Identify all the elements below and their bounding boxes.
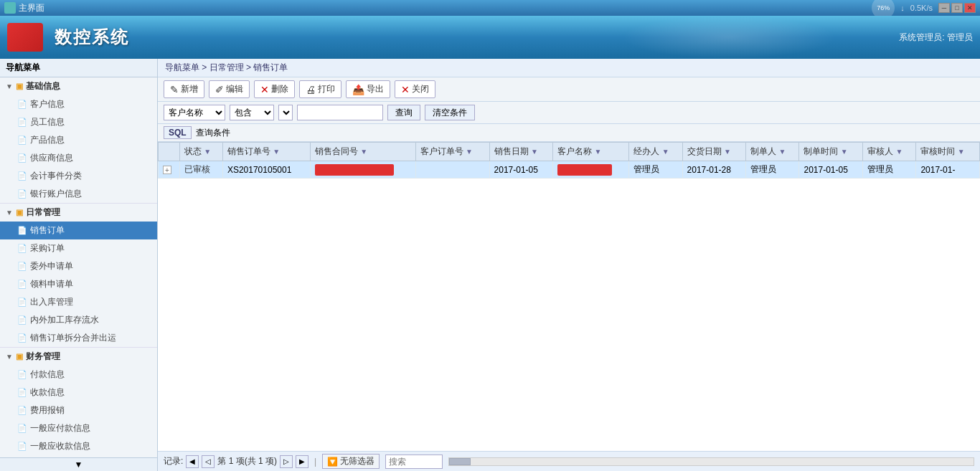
bottom-search-input[interactable]: [385, 455, 443, 469]
row-expand-button[interactable]: +: [163, 166, 171, 174]
doc-icon: 📄: [17, 189, 27, 199]
sidebar-item-supplier-info[interactable]: 📄 供应商信息: [0, 149, 157, 167]
doc-icon: 📄: [17, 370, 27, 379]
scroll-thumb[interactable]: [449, 458, 471, 465]
header-decoration: [621, 16, 837, 59]
doc-icon: 📄: [17, 298, 27, 307]
next-record-button[interactable]: ▷: [280, 455, 293, 468]
prev-record-button[interactable]: ◁: [202, 455, 215, 468]
app-icon: [4, 2, 16, 14]
col-operator[interactable]: 经办人 ▼: [629, 143, 682, 161]
sidebar-group-header-basic-info[interactable]: ▼ ▣ 基础信息: [0, 77, 157, 95]
sidebar-item-receipt-info[interactable]: 📄 收款信息: [0, 384, 157, 401]
sidebar-group-header-daily-mgmt[interactable]: ▼ ▣ 日常管理: [0, 204, 157, 222]
col-customer-order-no[interactable]: 客户订单号 ▼: [415, 143, 489, 161]
toolbar: ✎ 新增 ✐ 编辑 ✕ 删除 🖨 打印 📤 导出 ✕ 关闭: [158, 77, 980, 102]
record-navigation: 记录: ◀ ◁ 第 1 项(共 1 项) ▷ ▶: [164, 455, 308, 468]
no-filter-button[interactable]: 🔽 无筛选器: [322, 454, 380, 469]
data-table: 状态 ▼ 销售订单号 ▼ 销售合同号 ▼ 客户订单号 ▼ 销售日期 ▼ 客户名称…: [158, 142, 980, 179]
sidebar-group-header-finance[interactable]: ▼ ▣ 财务管理: [0, 348, 157, 366]
sidebar-item-material-app[interactable]: 📄 领料申请单: [0, 275, 157, 293]
app-logo: [7, 23, 43, 52]
page-info: 第 1 项(共 1 项): [217, 455, 277, 467]
app-header: 数控系统 系统管理员: 管理员: [0, 16, 980, 59]
sidebar-item-payment-info[interactable]: 📄 付款信息: [0, 366, 157, 384]
cell-sales-date: 2017-01-05: [489, 161, 553, 179]
doc-icon: 📄: [17, 315, 27, 325]
col-reviewer[interactable]: 审核人 ▼: [863, 143, 916, 161]
sidebar-item-sales-order[interactable]: 📄 销售订单: [0, 222, 157, 239]
sidebar-group-finance-items: 📄 付款信息 📄 收款信息 📄 费用报销 📄 一般应付款信息 📄: [0, 366, 157, 471]
delete-button[interactable]: ✕ 删除: [254, 80, 295, 98]
folder-icon-basic: ▣: [16, 82, 23, 91]
sql-button[interactable]: SQL: [164, 126, 192, 139]
sidebar-item-accounts-payable[interactable]: 📄 一般应付款信息: [0, 419, 157, 437]
sidebar-group-finance: ▼ ▣ 财务管理 📄 付款信息 📄 收款信息 📄 费用报销 📄: [0, 348, 157, 471]
doc-icon: 📄: [17, 333, 27, 343]
sidebar-item-expense[interactable]: 📄 费用报销: [0, 401, 157, 419]
clear-button[interactable]: 清空条件: [425, 105, 475, 120]
filter-row: 客户名称 销售订单号 客户订单号 包含 等于 开始于 结束于 查询 清空条件: [158, 102, 980, 124]
doc-icon: 📄: [17, 226, 27, 235]
maximize-button[interactable]: □: [951, 3, 963, 13]
first-record-button[interactable]: ◀: [186, 455, 199, 468]
redacted-contract-no: ████████████: [315, 164, 394, 176]
cell-sales-order-no: XS20170105001: [222, 161, 310, 179]
last-record-button[interactable]: ▶: [296, 455, 308, 468]
sidebar-item-account-category[interactable]: 📄 会计事件分类: [0, 167, 157, 185]
col-status[interactable]: 状态 ▼: [180, 143, 223, 161]
cell-operator: 管理员: [629, 161, 682, 179]
sidebar-group-basic-info: ▼ ▣ 基础信息 📄 客户信息 📄 员工信息 📄 产品信息 📄: [0, 77, 157, 204]
col-sales-contract-no[interactable]: 销售合同号 ▼: [311, 143, 416, 161]
breadcrumb: 导航菜单 > 日常管理 > 销售订单: [158, 59, 980, 77]
col-creator[interactable]: 制单人 ▼: [746, 143, 799, 161]
query-button[interactable]: 查询: [387, 105, 420, 120]
col-delivery-date[interactable]: 交货日期 ▼: [682, 143, 746, 161]
sidebar-item-product-info[interactable]: 📄 产品信息: [0, 131, 157, 149]
cell-delivery-date: 2017-01-28: [682, 161, 746, 179]
cell-customer-name: ████████: [553, 161, 629, 179]
sidebar-header[interactable]: 导航菜单: [0, 59, 157, 77]
horizontal-scrollbar[interactable]: [448, 457, 974, 466]
app-title: 数控系统: [55, 26, 129, 49]
col-review-time[interactable]: 审核时间 ▼: [916, 143, 980, 161]
minimize-button[interactable]: ─: [938, 3, 950, 13]
edit-button[interactable]: ✐ 编辑: [209, 80, 250, 98]
add-button[interactable]: ✎ 新增: [164, 80, 204, 98]
doc-icon: 📄: [17, 406, 27, 415]
sidebar-item-sales-split[interactable]: 📄 销售订单拆分合并出运: [0, 329, 157, 347]
sidebar-item-inout-flow[interactable]: 📄 内外加工库存流水: [0, 311, 157, 329]
filter-value-dropdown[interactable]: [278, 105, 293, 120]
doc-icon: 📄: [17, 100, 27, 109]
download-icon: ↓: [900, 4, 905, 12]
folder-icon-daily: ▣: [16, 208, 23, 217]
sidebar-item-employee-info[interactable]: 📄 员工信息: [0, 113, 157, 131]
print-button[interactable]: 🖨 打印: [299, 80, 341, 98]
sidebar-item-accounts-receivable[interactable]: 📄 一般应收款信息: [0, 437, 157, 455]
sql-row: SQL 查询条件: [158, 124, 980, 142]
sidebar-item-outsource[interactable]: 📄 委外申请单: [0, 257, 157, 275]
sidebar-item-warehouse-mgmt[interactable]: 📄 出入库管理: [0, 293, 157, 311]
col-customer-name[interactable]: 客户名称 ▼: [553, 143, 629, 161]
cell-expand[interactable]: +: [159, 161, 180, 179]
close-button[interactable]: ✕ 关闭: [395, 80, 435, 98]
col-sales-date[interactable]: 销售日期 ▼: [489, 143, 553, 161]
filter-condition-dropdown[interactable]: 包含 等于 开始于 结束于: [230, 105, 274, 120]
status-bar: 记录: ◀ ◁ 第 1 项(共 1 项) ▷ ▶ | 🔽 无筛选器: [158, 451, 980, 471]
table-row[interactable]: + 已审核 XS20170105001 ████████████ 2017-01…: [159, 161, 980, 179]
sidebar-item-purchase-order[interactable]: 📄 采购订单: [0, 239, 157, 257]
status-divider: |: [314, 457, 316, 467]
export-button[interactable]: 📤 导出: [346, 80, 390, 98]
sidebar-item-bank-account[interactable]: 📄 银行账户信息: [0, 185, 157, 203]
filter-field-dropdown[interactable]: 客户名称 销售订单号 客户订单号: [164, 105, 225, 120]
col-sales-order-no[interactable]: 销售订单号 ▼: [222, 143, 310, 161]
doc-icon: 📄: [17, 442, 27, 451]
col-create-time[interactable]: 制单时间 ▼: [799, 143, 863, 161]
sidebar-item-customer-info[interactable]: 📄 客户信息: [0, 95, 157, 113]
sidebar-scroll-down[interactable]: ▼: [0, 457, 157, 471]
folder-icon-finance: ▣: [16, 352, 23, 361]
export-icon: 📤: [352, 84, 364, 95]
col-expand: [159, 143, 180, 161]
filter-value-input[interactable]: [297, 105, 383, 120]
close-window-button[interactable]: ✕: [964, 3, 976, 13]
